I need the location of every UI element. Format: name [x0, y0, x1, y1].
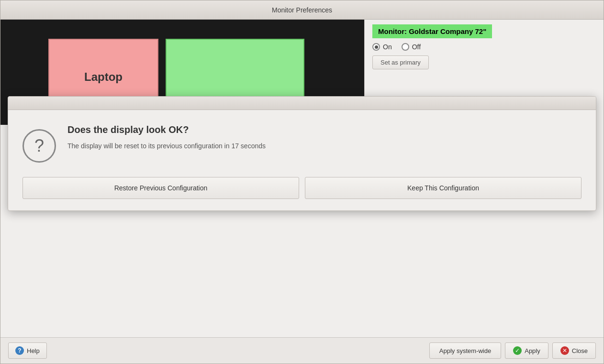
dialog-overlay: ? Does the display look OK? The display …: [8, 96, 596, 211]
help-label: Help: [27, 347, 40, 354]
right-actions: Apply system-wide ✓ Apply ✕ Close: [429, 342, 596, 359]
apply-label: Apply: [525, 347, 540, 354]
close-label: Close: [572, 347, 588, 354]
dialog-buttons: Restore Previous Configuration Keep This…: [8, 172, 596, 210]
help-button[interactable]: ? Help: [8, 342, 47, 359]
close-button[interactable]: ✕ Close: [552, 342, 596, 359]
main-window: Monitor Preferences Laptop Goldstar Comp…: [0, 0, 604, 364]
apply-system-wide-button[interactable]: Apply system-wide: [429, 342, 501, 359]
help-icon: ?: [15, 346, 24, 355]
dialog-text: Does the display look OK? The display wi…: [67, 124, 582, 151]
question-icon: ?: [22, 129, 56, 163]
window-title: Monitor Preferences: [272, 6, 332, 14]
radio-on-label: On: [383, 43, 392, 51]
dialog-message: The display will be reset to its previou…: [67, 141, 582, 151]
restore-config-button[interactable]: Restore Previous Configuration: [22, 177, 299, 199]
apply-button[interactable]: ✓ Apply: [505, 342, 548, 359]
radio-on-option[interactable]: On: [372, 43, 392, 51]
radio-on-circle[interactable]: [372, 43, 380, 51]
laptop-label: Laptop: [84, 70, 123, 84]
close-x-icon: ✕: [560, 346, 569, 355]
keep-config-button[interactable]: Keep This Configuration: [305, 177, 582, 199]
radio-off-option[interactable]: Off: [402, 43, 421, 51]
dialog-top-bar: [8, 97, 596, 110]
monitor-name-badge: Monitor: Goldstar Company 72": [372, 24, 492, 38]
radio-off-label: Off: [412, 43, 421, 51]
radio-off-circle[interactable]: [402, 43, 409, 51]
apply-check-icon: ✓: [513, 346, 522, 355]
radio-group: On Off: [372, 43, 592, 51]
set-primary-button[interactable]: Set as primary: [372, 55, 429, 69]
dialog-title: Does the display look OK?: [67, 124, 582, 135]
dialog-content: ? Does the display look OK? The display …: [8, 110, 596, 172]
action-bar: ? Help Apply system-wide ✓ Apply ✕ Close: [0, 337, 604, 364]
title-bar: Monitor Preferences: [0, 0, 604, 20]
